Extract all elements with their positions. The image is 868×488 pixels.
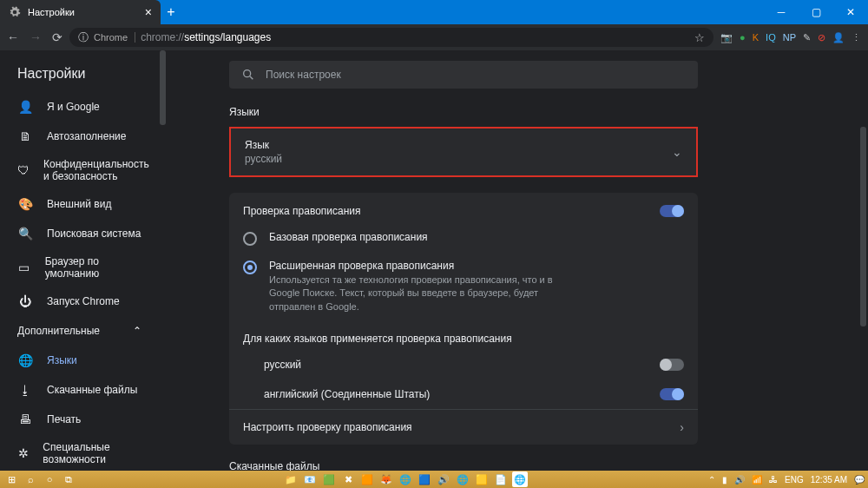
customize-spellcheck-row[interactable]: Настроить проверку правописания › [229, 409, 698, 445]
extension-icon[interactable]: NP [783, 32, 796, 43]
lang-toggle[interactable] [660, 359, 684, 371]
chevron-down-icon: ⌄ [672, 145, 682, 159]
sidebar-item-label: Специальные возможности [43, 441, 141, 465]
taskbar-chrome-icon[interactable]: 🌐 [512, 472, 528, 487]
search-input[interactable]: Поиск настроек [229, 61, 698, 89]
tray-chevron-icon[interactable]: ⌃ [708, 475, 715, 485]
globe-icon: 🌐 [17, 353, 33, 368]
start-button[interactable]: ⊞ [3, 472, 19, 487]
extension-icon[interactable]: K [753, 32, 759, 43]
taskbar-app-icon[interactable]: 📁 [283, 472, 299, 487]
extension-icon[interactable]: 📷 [720, 32, 733, 43]
task-view-button[interactable]: ⧉ [61, 472, 76, 487]
minimize-button[interactable]: ─ [764, 0, 799, 24]
radio-basic-row[interactable]: Базовая проверка правописания [229, 224, 698, 253]
language-card: Язык русский ⌄ [229, 127, 698, 177]
sidebar-item-label: Браузер по умолчанию [45, 255, 141, 280]
sidebar-item-you-and-google[interactable]: 👤 Я и Google [0, 92, 159, 122]
taskbar-app-icon[interactable]: ✖ [340, 472, 356, 487]
spellcheck-toggle[interactable] [660, 205, 684, 217]
language-expand-row[interactable]: Язык русский ⌄ [231, 129, 696, 175]
taskbar-app-icon[interactable]: 🟩 [321, 472, 337, 487]
extension-icon[interactable]: ⊘ [818, 32, 825, 43]
notifications-icon[interactable]: 💬 [854, 475, 865, 485]
section-heading-downloads: Скачанные файлы [229, 460, 868, 471]
search-button[interactable]: ⌕ [23, 472, 38, 487]
sidebar-item-label: Автозаполнение [47, 130, 126, 142]
sidebar-item-label: Конфиденциальность и безопасность [43, 158, 149, 182]
accessibility-icon: ✲ [17, 445, 29, 461]
sidebar-scrollbar[interactable] [159, 50, 167, 471]
extension-icon[interactable]: ● [740, 32, 746, 43]
language-row-title: Язык [245, 139, 282, 151]
search-icon: 🔍 [17, 226, 33, 241]
sidebar-item-default-browser[interactable]: ▭ Браузер по умолчанию [0, 248, 159, 287]
taskbar-app-icon[interactable]: 🦊 [378, 472, 394, 487]
language-row-value: русский [245, 153, 282, 165]
sidebar-item-languages[interactable]: 🌐 Языки [0, 346, 159, 375]
sidebar-item-startup[interactable]: ⏻ Запуск Chrome [0, 287, 159, 316]
cortana-button[interactable]: ○ [42, 472, 57, 487]
extension-icon[interactable]: IQ [766, 32, 776, 43]
sidebar-advanced-toggle[interactable]: Дополнительные ⌃ [0, 316, 159, 346]
taskbar-app-icon[interactable]: 📄 [493, 472, 509, 487]
page-title: Настройки [0, 66, 159, 92]
sidebar-item-autofill[interactable]: 🗎 Автозаполнение [0, 122, 159, 151]
main-scrollbar[interactable] [858, 50, 868, 471]
nav-buttons: ← → ⟳ [7, 30, 62, 44]
browser-icon: ▭ [17, 260, 31, 275]
taskbar-app-icon[interactable]: 🌐 [398, 472, 413, 487]
radio-enhanced-row[interactable]: Расширенная проверка правописания Исполь… [229, 253, 698, 320]
forward-button[interactable]: → [30, 30, 42, 44]
download-icon: ⭳ [17, 382, 33, 398]
address-bar[interactable]: ⓘ Chrome chrome://settings/languages ☆ [69, 28, 713, 47]
network-icon[interactable]: 🖧 [769, 475, 778, 485]
sidebar-item-label: Скачанные файлы [47, 384, 137, 396]
left-column: Настройки 👤 Я и Google 🗎 Автозаполнение … [0, 50, 167, 471]
taskbar-app-icon[interactable]: 🟨 [474, 472, 490, 487]
spellcheck-langs-label: Для каких языков применяется проверка пр… [229, 320, 698, 350]
avatar-icon[interactable]: 👤 [832, 32, 845, 43]
site-info-icon[interactable]: ⓘ [78, 30, 89, 45]
extension-icon[interactable]: ✎ [803, 32, 811, 43]
clock[interactable]: 12:35 AM [811, 475, 847, 485]
new-tab-button[interactable]: + [161, 0, 181, 24]
advanced-label: Дополнительные [17, 325, 100, 337]
person-icon: 👤 [17, 99, 33, 115]
shield-icon: 🛡 [17, 162, 30, 178]
close-icon[interactable]: × [145, 5, 152, 19]
palette-icon: 🎨 [17, 196, 33, 212]
radio-enhanced-label: Расширенная проверка правописания [269, 260, 582, 272]
taskbar-app-icon[interactable]: 📧 [302, 472, 318, 487]
gear-icon [9, 6, 21, 18]
sidebar-item-appearance[interactable]: 🎨 Внешний вид [0, 189, 159, 219]
svg-line-1 [250, 76, 253, 79]
url-text: chrome://settings/languages [141, 31, 271, 43]
sidebar-item-downloads[interactable]: ⭳ Скачанные файлы [0, 375, 159, 405]
maximize-button[interactable]: ▢ [799, 0, 833, 24]
back-button[interactable]: ← [7, 30, 19, 44]
taskbar-app-icon[interactable]: 🌐 [455, 472, 470, 487]
window-controls: ─ ▢ ✕ [764, 0, 868, 24]
taskbar-app-icon[interactable]: 🟧 [359, 472, 375, 487]
reload-button[interactable]: ⟳ [52, 30, 62, 44]
menu-icon[interactable]: ⋮ [852, 32, 861, 43]
radio-icon [243, 260, 257, 274]
volume-icon[interactable]: 🔊 [734, 475, 745, 485]
taskbar-app-icon[interactable]: 🟦 [417, 472, 432, 487]
sidebar-item-accessibility[interactable]: ✲ Специальные возможности [0, 434, 159, 472]
sidebar-item-search[interactable]: 🔍 Поисковая система [0, 219, 159, 248]
lang-toggle[interactable] [660, 388, 684, 400]
wifi-icon[interactable]: 📶 [752, 475, 762, 485]
sidebar-item-print[interactable]: 🖶 Печать [0, 405, 159, 434]
tab-title: Настройки [28, 7, 75, 17]
lang-name: русский [264, 359, 301, 371]
window-close-button[interactable]: ✕ [833, 0, 868, 24]
language-indicator[interactable]: ENG [785, 475, 804, 485]
section-heading-languages: Языки [229, 106, 868, 118]
taskbar-app-icon[interactable]: 🔊 [436, 472, 451, 487]
sidebar-item-security[interactable]: 🛡 Конфиденциальность и безопасность [0, 151, 159, 189]
battery-icon[interactable]: ▮ [722, 475, 727, 485]
browser-tab[interactable]: Настройки × [0, 0, 161, 24]
bookmark-icon[interactable]: ☆ [694, 31, 705, 44]
